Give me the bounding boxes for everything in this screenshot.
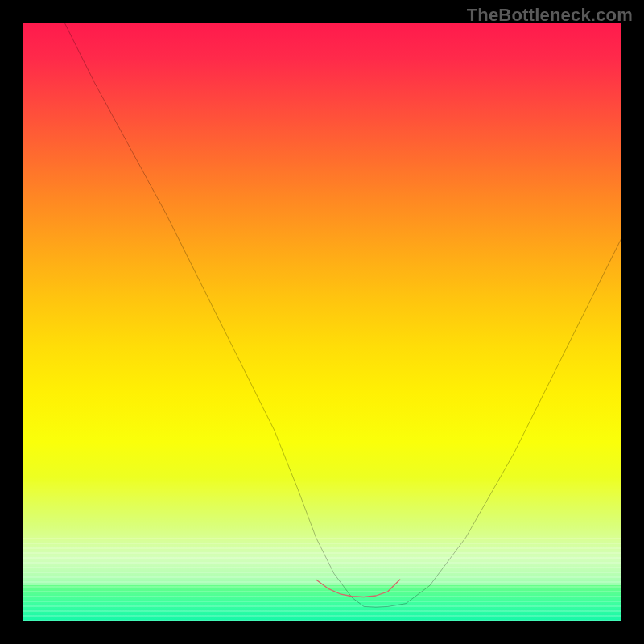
plot-area: [23, 23, 621, 621]
bottleneck-curve: [64, 23, 621, 607]
chart-frame: TheBottleneck.com: [0, 0, 644, 644]
flat-minimum-marker: [316, 580, 400, 597]
curve-layer: [23, 23, 621, 621]
watermark-text: TheBottleneck.com: [467, 5, 633, 26]
